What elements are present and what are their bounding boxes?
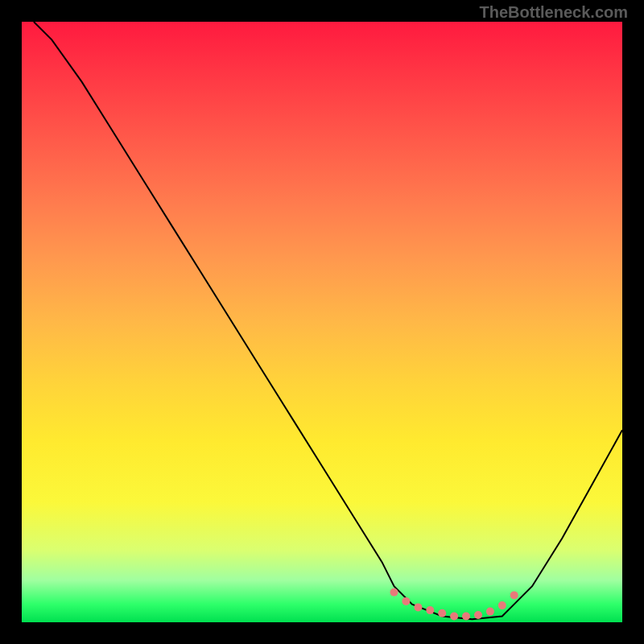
marker-dot [414, 603, 422, 611]
marker-dot [510, 591, 518, 599]
chart-svg [22, 22, 622, 622]
marker-dot [438, 609, 446, 617]
marker-dot [474, 611, 482, 619]
marker-dot [450, 613, 458, 621]
marker-dot [486, 608, 494, 616]
marker-dot [402, 597, 410, 605]
marker-dot [462, 613, 470, 621]
marker-dot [426, 606, 434, 614]
marker-dot [498, 601, 506, 609]
bottleneck-curve [34, 22, 622, 619]
plot-area [22, 22, 622, 622]
watermark-text: TheBottleneck.com [480, 3, 628, 22]
marker-dot [390, 588, 398, 597]
optimal-range-markers [390, 588, 518, 621]
